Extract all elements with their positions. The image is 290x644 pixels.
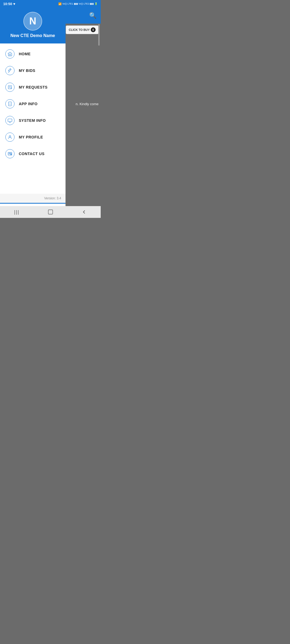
bottom-nav-bar: ||| [0,206,101,218]
signal-icons: Vo)) LTE1 ▮▮▮ Vo)) LTE2 ▮▮▮ 🔋 [62,2,97,5]
status-icons: 📶 Vo)) LTE1 ▮▮▮ Vo)) LTE2 ▮▮▮ 🔋 [58,2,97,5]
nav-menu-button[interactable]: ||| [12,207,22,217]
home-icon [8,52,12,56]
status-time: 10:50 ♥ [3,2,15,6]
svg-point-9 [9,136,11,137]
nav-back-button[interactable] [79,207,89,217]
nav-home-icon [48,209,53,215]
sidebar-item-system-info[interactable]: SYSTEM INFO [0,112,66,129]
svg-rect-14 [48,210,53,214]
system-info-icon [8,118,12,123]
contact-icon [8,151,12,156]
menu-list: HOME MY BIDS MY [0,43,66,194]
sidebar-item-contact-us[interactable]: CONTACT US [0,145,66,162]
bids-icon [8,68,12,73]
sidebar-item-home[interactable]: HOME [0,46,66,62]
svg-rect-6 [8,119,12,122]
svg-line-12 [11,154,11,155]
wifi-icon: 📶 [58,2,61,5]
contact-label: CONTACT US [19,152,45,156]
requests-icon-circle [5,83,15,92]
sidebar-item-my-bids[interactable]: MY BIDS [0,62,66,79]
version-text: Version: 3.4 [0,194,66,203]
navigation-drawer: N New CTE Demo Name HOME [0,0,66,218]
bids-label: MY BIDS [19,68,35,73]
bids-icon-circle [5,66,15,75]
requests-label: MY REQUESTS [19,85,48,89]
cart-count-badge: 0 [91,27,96,32]
status-bar: 10:50 ♥ 📶 Vo)) LTE1 ▮▮▮ Vo)) LTE2 ▮▮▮ 🔋 [0,0,101,8]
click-to-buy-button[interactable]: CLICK TO BUY 0 [66,25,99,34]
right-top-bar: 🔍 [60,8,101,24]
nav-back-icon [81,209,87,215]
system-info-icon-circle [5,116,15,125]
search-icon[interactable]: 🔍 [89,12,96,19]
profile-icon-circle [5,133,15,142]
nav-home-button[interactable] [45,207,56,217]
requests-icon [8,85,12,90]
right-scrollbar[interactable] [98,24,100,46]
avatar-letter: N [29,16,36,27]
system-info-label: SYSTEM INFO [19,118,46,123]
sidebar-item-my-profile[interactable]: MY PROFILE [0,129,66,145]
app-info-icon [8,101,12,106]
sidebar-item-app-info[interactable]: APP INFO [0,96,66,112]
home-icon-circle [5,49,15,58]
user-name: New CTE Demo Name [10,33,55,38]
contact-icon-circle [5,149,15,158]
app-info-icon-circle [5,99,15,108]
profile-icon [8,135,12,140]
profile-label: MY PROFILE [19,135,43,139]
right-panel-text: n. Kindly come [76,102,99,106]
heart-icon: ♥ [13,2,15,6]
home-label: HOME [19,52,31,56]
app-info-label: APP INFO [19,102,38,106]
svg-rect-0 [8,86,12,89]
avatar: N [23,12,42,31]
sidebar-item-my-requests[interactable]: MY REQUESTS [0,79,66,96]
nav-menu-icon: ||| [14,209,19,215]
